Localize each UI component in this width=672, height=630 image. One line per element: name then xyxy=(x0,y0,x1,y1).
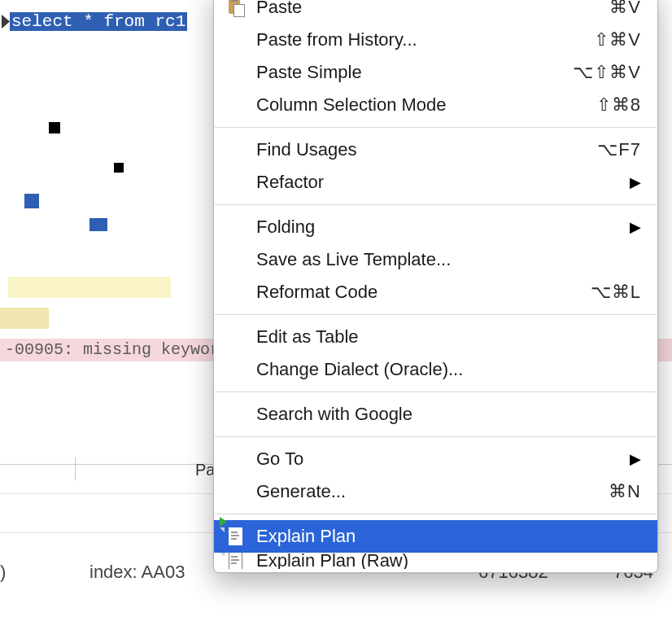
submenu-arrow-icon: ▶ xyxy=(630,173,641,191)
menu-explain-plan[interactable]: Explain Plan xyxy=(214,520,657,553)
column-separator xyxy=(75,457,76,480)
pixel-artifact xyxy=(49,122,60,133)
highlight-blotch xyxy=(0,308,49,329)
menu-label: Paste Simple xyxy=(256,62,362,83)
menu-paste[interactable]: Paste ⌘V xyxy=(214,0,657,24)
caret-icon xyxy=(2,15,10,28)
menu-shortcut: ⇧⌘8 xyxy=(596,94,641,116)
menu-label: Paste from History... xyxy=(256,29,417,50)
explain-plan-raw-icon xyxy=(227,553,247,569)
pixel-artifact xyxy=(89,218,107,231)
menu-separator xyxy=(215,514,657,514)
explain-plan-icon xyxy=(227,527,247,546)
menu-label: Find Usages xyxy=(256,139,357,160)
menu-search-google[interactable]: Search with Google xyxy=(214,398,657,431)
menu-save-template[interactable]: Save as Live Template... xyxy=(214,243,657,276)
menu-separator xyxy=(215,392,657,392)
pixel-artifact xyxy=(24,194,39,208)
menu-shortcut: ⌥⇧⌘V xyxy=(573,62,641,83)
menu-paste-history[interactable]: Paste from History... ⇧⌘V xyxy=(214,24,657,56)
menu-label: Refactor xyxy=(256,172,324,193)
submenu-arrow-icon: ▶ xyxy=(630,218,641,236)
menu-reformat[interactable]: Reformat Code ⌥⌘L xyxy=(214,276,657,308)
sql-error-text: -00905: missing keyword xyxy=(5,340,229,359)
menu-shortcut: ⌥⌘L xyxy=(591,282,641,303)
menu-folding[interactable]: Folding ▶ xyxy=(214,211,657,243)
cell-paren: ) xyxy=(0,562,6,583)
editor-context-menu: Paste ⌘V Paste from History... ⇧⌘V Paste… xyxy=(213,0,658,573)
menu-label: Edit as Table xyxy=(256,326,359,348)
menu-refactor[interactable]: Refactor ▶ xyxy=(214,166,657,199)
menu-shortcut: ⌘N xyxy=(609,481,641,502)
menu-separator xyxy=(215,436,657,437)
pixel-artifact xyxy=(114,163,124,173)
menu-label: Explain Plan (Raw) xyxy=(256,553,408,569)
menu-label: Column Selection Mode xyxy=(256,94,447,116)
menu-label: Reformat Code xyxy=(256,282,377,303)
menu-shortcut: ⌥F7 xyxy=(597,139,641,160)
sql-selected-text: select * from rc1 xyxy=(10,12,187,31)
menu-explain-plan-raw[interactable]: Explain Plan (Raw) xyxy=(214,553,657,569)
menu-label: Explain Plan xyxy=(256,526,356,547)
menu-shortcut: ⌘V xyxy=(609,0,641,18)
menu-label: Search with Google xyxy=(256,404,412,425)
menu-separator xyxy=(215,314,657,315)
menu-label: Change Dialect (Oracle)... xyxy=(256,359,463,380)
menu-label: Save as Live Template... xyxy=(256,249,451,270)
cell-index: index: AA03 xyxy=(89,562,185,583)
menu-go-to[interactable]: Go To ▶ xyxy=(214,443,657,475)
menu-generate[interactable]: Generate... ⌘N xyxy=(214,475,657,508)
menu-shortcut: ⇧⌘V xyxy=(594,29,641,50)
submenu-arrow-icon: ▶ xyxy=(630,450,641,468)
menu-paste-simple[interactable]: Paste Simple ⌥⇧⌘V xyxy=(214,56,657,89)
paste-icon xyxy=(227,0,247,17)
svg-marker-0 xyxy=(2,15,10,28)
menu-separator xyxy=(215,127,657,128)
menu-edit-as-table[interactable]: Edit as Table xyxy=(214,321,657,353)
menu-label: Generate... xyxy=(256,481,346,502)
menu-change-dialect[interactable]: Change Dialect (Oracle)... xyxy=(214,353,657,386)
menu-label: Paste xyxy=(256,0,302,18)
menu-separator xyxy=(215,204,657,205)
highlight-blotch xyxy=(8,277,171,298)
menu-column-selection[interactable]: Column Selection Mode ⇧⌘8 xyxy=(214,89,657,121)
menu-label: Go To xyxy=(256,448,303,470)
sql-selected-line: select * from rc1 xyxy=(0,12,187,31)
menu-label: Folding xyxy=(256,217,315,238)
menu-find-usages[interactable]: Find Usages ⌥F7 xyxy=(214,133,657,166)
